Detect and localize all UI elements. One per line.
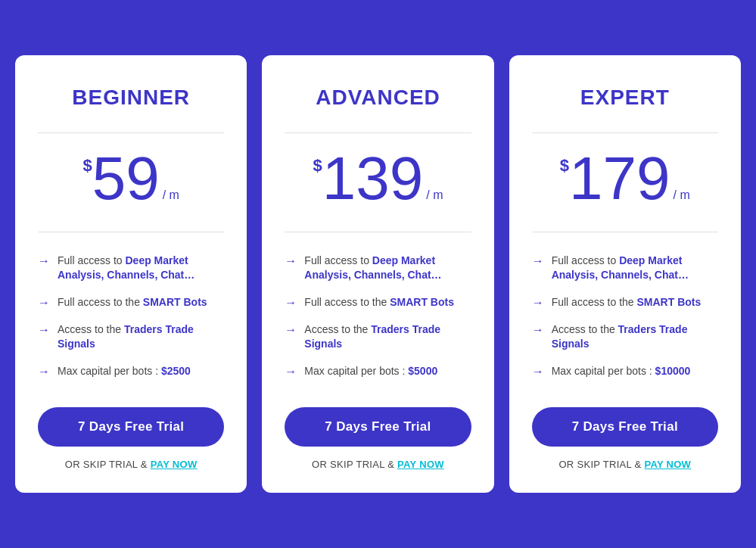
features-list-beginner: →Full access to Deep Market Analysis, Ch… (38, 248, 224, 385)
price-dollar-sign: $ (82, 156, 92, 176)
feature-text: Full access to the SMART Bots (58, 295, 207, 310)
divider-mid (38, 232, 224, 232)
price-amount: 179 (569, 148, 670, 209)
arrow-right-icon: → (532, 365, 544, 378)
divider-mid (532, 232, 718, 232)
price-period: / m (426, 188, 443, 202)
pricing-card-advanced: ADVANCED$139/ m→Full access to Deep Mark… (262, 55, 493, 494)
pay-now-link-advanced[interactable]: PAY NOW (397, 459, 444, 470)
plan-title-expert: EXPERT (532, 86, 718, 110)
pay-now-link-expert[interactable]: PAY NOW (644, 459, 691, 470)
feature-item: →Full access to the SMART Bots (38, 289, 224, 316)
trial-button-expert[interactable]: 7 Days Free Trial (532, 407, 718, 447)
divider-top (532, 132, 718, 133)
price-amount: 139 (322, 148, 423, 209)
price-amount: 59 (92, 148, 160, 209)
trial-button-advanced[interactable]: 7 Days Free Trial (285, 407, 471, 447)
price-period: / m (674, 188, 690, 202)
arrow-right-icon: → (532, 323, 544, 337)
arrow-right-icon: → (38, 323, 50, 337)
trial-button-beginner[interactable]: 7 Days Free Trial (38, 407, 224, 447)
divider-top (285, 132, 471, 133)
pricing-card-beginner: BEGINNER$59/ m→Full access to Deep Marke… (15, 55, 247, 494)
price-dollar-sign: $ (313, 156, 322, 176)
price-row-expert: $179/ m (532, 148, 718, 209)
feature-text: Full access to Deep Market Analysis, Cha… (58, 254, 224, 283)
feature-text: Max capital per bots : $5000 (304, 364, 437, 379)
feature-item: →Max capital per bots : $2500 (38, 358, 224, 385)
arrow-right-icon: → (285, 323, 297, 337)
plan-title-beginner: BEGINNER (38, 86, 224, 110)
feature-text: Max capital per bots : $2500 (58, 364, 191, 379)
feature-text: Full access to Deep Market Analysis, Cha… (552, 254, 718, 283)
feature-text: Max capital per bots : $10000 (552, 364, 691, 379)
skip-trial-beginner: OR SKIP TRIAL & PAY NOW (38, 459, 224, 470)
feature-item: →Access to the Traders Trade Signals (38, 316, 224, 358)
pricing-container: BEGINNER$59/ m→Full access to Deep Marke… (15, 55, 741, 494)
arrow-right-icon: → (285, 365, 297, 378)
feature-item: →Access to the Traders Trade Signals (532, 316, 718, 358)
pay-now-link-beginner[interactable]: PAY NOW (151, 459, 198, 470)
feature-text: Full access to the SMART Bots (304, 295, 454, 310)
arrow-right-icon: → (532, 296, 544, 310)
feature-text: Full access to Deep Market Analysis, Cha… (304, 254, 471, 283)
feature-text: Full access to the SMART Bots (552, 295, 702, 310)
skip-trial-expert: OR SKIP TRIAL & PAY NOW (532, 459, 718, 470)
feature-text: Access to the Traders Trade Signals (304, 322, 471, 352)
feature-item: →Access to the Traders Trade Signals (285, 316, 471, 358)
arrow-right-icon: → (532, 254, 544, 268)
price-row-advanced: $139/ m (285, 148, 471, 209)
features-list-advanced: →Full access to Deep Market Analysis, Ch… (285, 248, 471, 385)
features-list-expert: →Full access to Deep Market Analysis, Ch… (532, 248, 718, 385)
pricing-card-expert: EXPERT$179/ m→Full access to Deep Market… (509, 55, 741, 494)
plan-title-advanced: ADVANCED (285, 86, 471, 110)
arrow-right-icon: → (38, 296, 50, 310)
divider-top (38, 132, 224, 133)
feature-item: →Full access to Deep Market Analysis, Ch… (285, 248, 471, 289)
skip-trial-advanced: OR SKIP TRIAL & PAY NOW (285, 459, 471, 470)
price-period: / m (163, 188, 179, 202)
arrow-right-icon: → (38, 254, 50, 268)
divider-mid (285, 232, 471, 232)
feature-item: →Max capital per bots : $10000 (532, 358, 718, 385)
feature-item: →Full access to the SMART Bots (532, 289, 718, 316)
feature-item: →Max capital per bots : $5000 (285, 358, 471, 385)
price-dollar-sign: $ (560, 156, 569, 176)
feature-item: →Full access to Deep Market Analysis, Ch… (532, 248, 718, 289)
feature-item: →Full access to the SMART Bots (285, 289, 471, 316)
arrow-right-icon: → (285, 296, 297, 310)
feature-text: Access to the Traders Trade Signals (58, 322, 224, 352)
arrow-right-icon: → (285, 254, 297, 268)
feature-text: Access to the Traders Trade Signals (552, 322, 718, 352)
feature-item: →Full access to Deep Market Analysis, Ch… (38, 248, 224, 289)
price-row-beginner: $59/ m (38, 148, 224, 209)
arrow-right-icon: → (38, 365, 50, 378)
